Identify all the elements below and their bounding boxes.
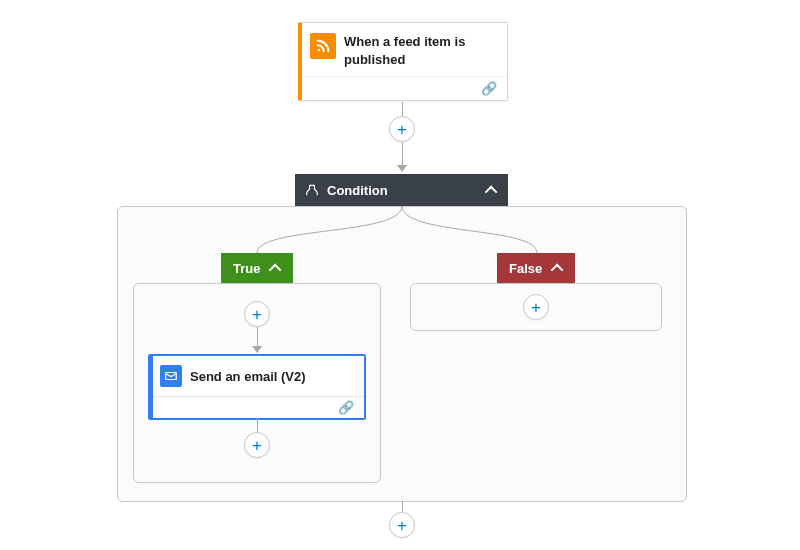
true-branch-header[interactable]: True (221, 253, 293, 283)
false-label: False (509, 261, 542, 276)
add-action-button[interactable] (244, 301, 270, 327)
arrow-down-icon (252, 346, 262, 353)
false-branch-header[interactable]: False (497, 253, 575, 283)
action-card-send-email[interactable]: Send an email (V2) 🔗 (148, 354, 366, 420)
action-footer: 🔗 (153, 396, 364, 418)
trigger-footer: 🔗 (302, 76, 507, 100)
add-action-button[interactable] (523, 294, 549, 320)
chevron-up-icon (270, 262, 282, 274)
trigger-header: When a feed item is published (302, 23, 507, 76)
condition-header[interactable]: Condition (295, 174, 508, 206)
arrow-down-icon (397, 165, 407, 172)
link-icon: 🔗 (338, 400, 354, 415)
rss-icon (310, 33, 336, 59)
link-icon: 🔗 (481, 81, 497, 96)
add-action-button[interactable] (389, 116, 415, 142)
flow-designer-canvas: When a feed item is published 🔗 Conditio… (0, 0, 800, 550)
connector-line (402, 142, 403, 166)
condition-label: Condition (327, 183, 388, 198)
add-action-button[interactable] (389, 512, 415, 538)
action-header: Send an email (V2) (153, 356, 364, 396)
action-title: Send an email (V2) (190, 369, 306, 384)
svg-point-0 (318, 49, 321, 52)
condition-icon (305, 183, 319, 197)
chevron-up-icon (486, 184, 498, 196)
true-label: True (233, 261, 260, 276)
trigger-title: When a feed item is published (344, 33, 497, 68)
add-action-button[interactable] (244, 432, 270, 458)
connector-line (257, 327, 258, 347)
chevron-up-icon (552, 262, 564, 274)
outlook-icon (160, 365, 182, 387)
trigger-card[interactable]: When a feed item is published 🔗 (298, 22, 508, 101)
